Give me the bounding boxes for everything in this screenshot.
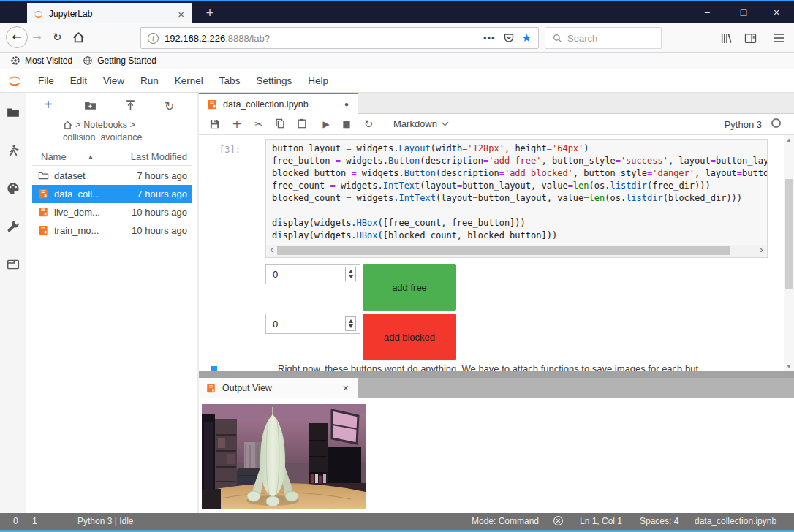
cut-cells-icon[interactable]: ✂ — [253, 118, 265, 130]
search-box[interactable] — [545, 27, 662, 49]
code-horizontal-scrollbar[interactable]: ‹ › — [267, 245, 766, 256]
page-actions-icon[interactable]: ••• — [483, 33, 496, 44]
cursor-position[interactable]: Ln 1, Col 1 — [580, 516, 622, 526]
file-name: data_coll... — [54, 189, 137, 200]
file-name: dataset — [54, 170, 137, 181]
new-tab-button[interactable]: + — [199, 4, 221, 23]
add-free-button[interactable]: add free — [363, 264, 456, 311]
free-count-input[interactable]: 0 — [265, 264, 360, 284]
scroll-right-icon[interactable]: › — [757, 245, 766, 256]
close-icon[interactable]: × — [343, 382, 349, 394]
menu-item-help[interactable]: Help — [300, 75, 336, 86]
file-browser-icon[interactable] — [7, 106, 20, 119]
menu-item-settings[interactable]: Settings — [248, 75, 300, 86]
bookmark-getting-started[interactable]: Getting Started — [83, 56, 156, 66]
bookmark-star-icon[interactable]: ★ — [522, 31, 532, 45]
open-tabs-icon[interactable] — [7, 258, 20, 271]
kernel-status-icon[interactable] — [771, 118, 781, 128]
notebook-file-icon — [206, 384, 216, 393]
breadcrumb-current: collision_avoidance — [63, 132, 142, 142]
upload-icon[interactable] — [124, 99, 137, 112]
site-info-icon[interactable]: i — [148, 33, 159, 44]
tab-spaces-indicator[interactable]: Spaces: 4 — [640, 516, 678, 526]
menu-item-run[interactable]: Run — [132, 75, 167, 86]
file-row-dataset[interactable]: dataset7 hours ago — [32, 167, 192, 185]
trust-shield-icon[interactable] — [553, 515, 564, 526]
sort-ascending-icon[interactable]: ▲ — [88, 153, 94, 160]
output-panel-splitter[interactable] — [199, 371, 794, 378]
file-modified: 10 hours ago — [132, 225, 187, 236]
new-folder-icon[interactable] — [84, 99, 97, 112]
add-blocked-button[interactable]: add blocked — [363, 314, 456, 360]
column-name[interactable]: Name — [41, 151, 67, 162]
command-palette-icon[interactable] — [7, 182, 20, 195]
run-cell-icon[interactable]: ▶ — [320, 118, 332, 130]
scroll-left-icon[interactable]: ‹ — [267, 245, 276, 256]
output-view-content — [199, 398, 794, 513]
code-line: button_layout = widgets.Layout(width='12… — [272, 142, 768, 155]
file-row-train-mo-[interactable]: train_mo...10 hours ago — [32, 221, 192, 240]
reload-button[interactable]: ↻ — [53, 31, 62, 44]
new-launcher-icon[interactable]: + — [44, 96, 56, 109]
scrollbar-thumb[interactable] — [785, 179, 793, 289]
browser-tab[interactable]: JupyterLab × — [27, 3, 192, 25]
running-sessions-icon[interactable] — [7, 144, 20, 157]
blocked-count-input[interactable]: 0 — [265, 314, 360, 334]
scroll-down-icon[interactable]: ▼ — [784, 363, 794, 370]
property-inspector-icon[interactable] — [7, 220, 20, 233]
bookmark-most-visited[interactable]: Most Visited — [10, 56, 72, 66]
titlebar: JupyterLab × + − □ × — [0, 0, 794, 23]
home-icon[interactable] — [63, 121, 72, 130]
number-stepper[interactable] — [345, 267, 356, 281]
paste-cells-icon[interactable] — [297, 118, 309, 130]
scroll-up-icon[interactable]: ▲ — [784, 137, 794, 143]
url-bar[interactable]: i 192.168.2.226 :8888/lab? ••• ★ — [140, 27, 539, 49]
sidebars-icon[interactable] — [744, 32, 757, 45]
copy-cells-icon[interactable] — [275, 118, 287, 130]
save-icon[interactable] — [209, 118, 221, 130]
maximize-button[interactable]: □ — [728, 1, 759, 23]
library-icon[interactable] — [720, 32, 733, 45]
code-cell[interactable]: button_layout = widgets.Layout(width='12… — [265, 139, 768, 258]
breadcrumb-segment[interactable]: Notebooks > — [83, 120, 135, 130]
menu-item-file[interactable]: File — [30, 75, 62, 86]
add-cell-icon[interactable]: + — [231, 118, 243, 130]
scrollbar-thumb[interactable] — [277, 246, 730, 255]
file-row-live-dem-[interactable]: live_dem...10 hours ago — [32, 203, 192, 221]
back-button[interactable]: ← — [6, 26, 28, 48]
notebook-tab[interactable]: data_collection.ipynb ● — [199, 93, 358, 114]
kernel-status-text[interactable]: Python 3 | Idle — [77, 516, 134, 526]
menu-hamburger-icon[interactable] — [773, 33, 784, 43]
terminals-count[interactable]: 0 — [13, 516, 18, 526]
kernel-name[interactable]: Python 3 — [725, 119, 762, 130]
home-button[interactable] — [72, 31, 85, 44]
close-button[interactable]: × — [761, 1, 792, 23]
minimize-button[interactable]: − — [692, 1, 722, 23]
output-view-tab-title: Output View — [222, 383, 343, 393]
breadcrumb[interactable]: > Notebooks > — [63, 120, 135, 130]
bookmarks-bar: Most Visited Getting Started — [0, 53, 794, 69]
cell-type-dropdown[interactable]: Markdown — [393, 118, 447, 129]
output-view-tab[interactable]: Output View × — [199, 378, 358, 398]
code-editor[interactable]: button_layout = widgets.Layout(width='12… — [272, 142, 768, 242]
stop-kernel-icon[interactable]: ■ — [341, 118, 352, 130]
menu-item-tabs[interactable]: Tabs — [211, 75, 249, 86]
restart-kernel-icon[interactable]: ↻ — [363, 118, 374, 130]
kernels-count[interactable]: 1 — [32, 516, 37, 526]
command-mode-indicator[interactable]: Mode: Command — [472, 516, 539, 526]
menu-item-view[interactable]: View — [95, 75, 132, 86]
column-last-modified[interactable]: Last Modified — [131, 151, 187, 162]
file-row-data-coll-[interactable]: data_coll...7 hours ago — [32, 185, 192, 203]
activity-bar — [0, 93, 26, 513]
search-input[interactable] — [567, 33, 648, 44]
number-stepper[interactable] — [345, 316, 356, 331]
menu-item-edit[interactable]: Edit — [62, 75, 95, 86]
code-line: free_button = widgets.Button(description… — [272, 155, 768, 167]
refresh-file-list-icon[interactable]: ↻ — [165, 99, 177, 112]
menu-item-kernel[interactable]: Kernel — [167, 75, 211, 86]
url-host: 192.168.2.226 — [165, 33, 225, 44]
pocket-icon[interactable] — [503, 32, 515, 44]
tab-close-icon[interactable]: × — [175, 8, 186, 20]
notebook-vertical-scrollbar[interactable]: ▲ ▼ — [784, 135, 794, 371]
forward-button[interactable]: → — [32, 31, 42, 44]
